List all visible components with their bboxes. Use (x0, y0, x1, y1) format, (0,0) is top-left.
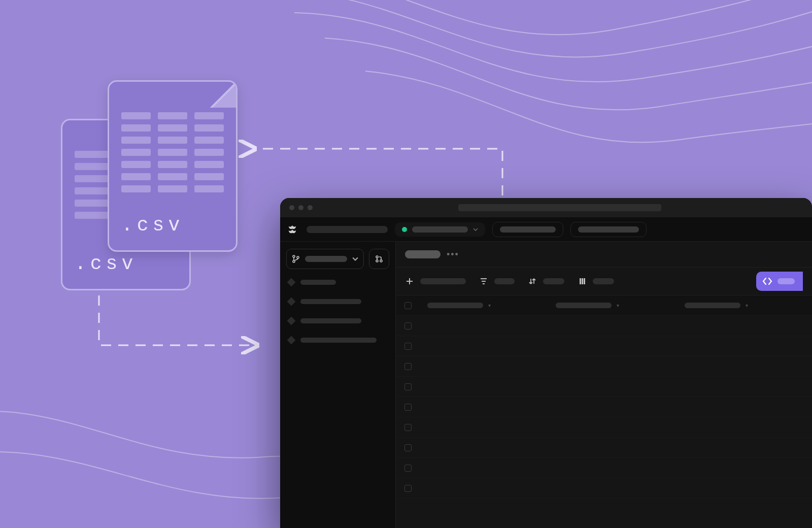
filter-label (494, 278, 515, 284)
add-label (420, 278, 466, 284)
table-row[interactable] (396, 377, 812, 397)
row-checkbox[interactable] (404, 465, 412, 472)
chevron-down-icon[interactable]: ▾ (488, 303, 491, 308)
code-icon (762, 278, 772, 285)
sidebar-item[interactable] (286, 334, 389, 346)
sidebar-item-label (300, 318, 361, 323)
table-row[interactable] (396, 336, 812, 356)
plus-icon (405, 277, 414, 286)
git-branch-icon (292, 255, 300, 263)
data-grid: ▾ ▾ ▾ (396, 295, 812, 528)
status-dot-icon (402, 227, 407, 232)
traffic-light-close-icon[interactable] (289, 205, 294, 210)
table-row[interactable] (396, 417, 812, 438)
table-row[interactable] (396, 397, 812, 417)
column-header[interactable]: ▾ (420, 303, 549, 308)
svg-point-4 (376, 260, 378, 262)
table-row[interactable] (396, 478, 812, 499)
table-row[interactable] (396, 316, 812, 336)
document-title[interactable] (405, 250, 441, 258)
svg-point-5 (380, 260, 382, 262)
tab-secondary[interactable] (492, 222, 563, 237)
table-icon (287, 278, 296, 287)
column-label (427, 303, 483, 308)
row-checkbox[interactable] (404, 404, 412, 411)
sort-label (543, 278, 564, 284)
export-arrow (254, 149, 502, 195)
table-icon (287, 317, 296, 325)
code-export-label (777, 278, 795, 284)
sidebar-item-label (300, 299, 361, 304)
table-toolbar (396, 267, 812, 295)
columns-icon (578, 277, 587, 286)
column-header[interactable]: ▾ (549, 303, 677, 308)
page-fold-icon (210, 80, 238, 108)
table-row[interactable] (396, 438, 812, 458)
csv-extension-label: .csv (121, 214, 224, 236)
app-logo-icon[interactable] (285, 222, 299, 237)
tab-label (578, 226, 639, 233)
columns-label (593, 278, 614, 284)
row-checkbox[interactable] (404, 363, 412, 370)
import-arrow (99, 295, 256, 345)
csv-file-front: .csv (108, 80, 238, 252)
filter-button[interactable] (479, 277, 515, 286)
row-checkbox[interactable] (404, 444, 412, 451)
address-bar[interactable] (458, 204, 661, 211)
document-header: ••• (396, 242, 812, 267)
sidebar-item[interactable] (286, 295, 389, 308)
tab-label (500, 226, 556, 233)
svg-point-1 (293, 260, 295, 262)
table-row[interactable] (396, 356, 812, 377)
chevron-down-icon[interactable]: ▾ (746, 303, 748, 308)
table-icon (287, 336, 296, 345)
svg-point-3 (376, 256, 378, 258)
app-tabrow (280, 217, 812, 242)
sidebar-item-label (300, 280, 336, 285)
columns-button[interactable] (578, 277, 614, 286)
svg-point-2 (297, 256, 299, 258)
code-export-button[interactable] (756, 272, 803, 291)
row-checkbox[interactable] (404, 485, 412, 492)
branch-picker[interactable] (286, 249, 364, 269)
traffic-light-max-icon[interactable] (308, 205, 313, 210)
traffic-light-min-icon[interactable] (298, 205, 303, 210)
table-icon (287, 298, 296, 306)
sort-button[interactable] (528, 277, 564, 286)
sidebar-item[interactable] (286, 315, 389, 327)
filter-icon (479, 277, 488, 286)
sidebar-item[interactable] (286, 276, 389, 288)
row-checkbox[interactable] (404, 383, 412, 390)
chevron-down-icon (352, 257, 358, 261)
add-button[interactable] (405, 277, 466, 286)
csv-extension-label: .csv (75, 253, 177, 275)
column-label (556, 303, 612, 308)
grid-header-row: ▾ ▾ ▾ (396, 295, 812, 316)
column-label (685, 303, 740, 308)
pull-request-button[interactable] (369, 249, 389, 269)
row-checkbox[interactable] (404, 343, 412, 350)
column-header[interactable]: ▾ (678, 303, 806, 308)
app-window: ••• (280, 198, 812, 528)
tab-label (412, 226, 468, 233)
sidebar (280, 242, 396, 528)
window-titlebar (280, 198, 812, 217)
row-checkbox[interactable] (404, 322, 412, 329)
workspace-name[interactable] (307, 226, 388, 233)
sort-icon (528, 277, 537, 286)
sidebar-item-label (300, 338, 377, 343)
chevron-down-icon[interactable] (473, 228, 478, 231)
tab-active[interactable] (395, 222, 485, 237)
svg-point-0 (293, 255, 295, 257)
tab-tertiary[interactable] (570, 222, 647, 237)
select-all-checkbox[interactable] (404, 302, 412, 309)
main-pane: ••• (396, 242, 812, 528)
branch-name (305, 256, 347, 262)
row-checkbox[interactable] (404, 424, 412, 431)
more-menu-icon[interactable]: ••• (447, 249, 459, 260)
chevron-down-icon[interactable]: ▾ (617, 303, 619, 308)
table-row[interactable] (396, 458, 812, 478)
